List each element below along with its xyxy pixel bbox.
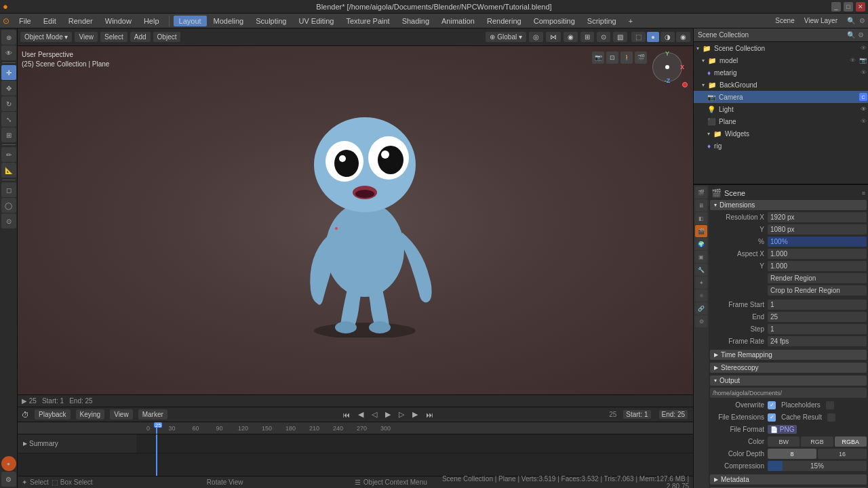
depth-8[interactable]: 8 xyxy=(768,449,816,459)
viewport-render-toggle[interactable]: 🎬 xyxy=(635,52,647,64)
outliner-camera[interactable]: 📷 Camera C xyxy=(694,91,868,103)
menu-uv-editing[interactable]: UV Editing xyxy=(293,16,339,26)
menu-scripting[interactable]: Scripting xyxy=(582,16,622,26)
toolbar-mode-icon[interactable]: ⊕ xyxy=(1,30,16,45)
viewport-xray[interactable]: ▧ xyxy=(613,32,627,42)
viewport-walk-nav[interactable]: 🚶 xyxy=(620,52,633,64)
tl-jump-end[interactable]: ⏭ xyxy=(425,409,435,420)
tl-prev-frame[interactable]: ◀ xyxy=(357,409,365,420)
tl-play[interactable]: ▶ xyxy=(384,409,392,420)
prop-tab-render[interactable]: 🎬 xyxy=(695,186,707,199)
stereoscopy-header[interactable]: ▶ Stereoscopy xyxy=(710,363,867,373)
prop-tab-physics[interactable]: ⚛ xyxy=(695,289,707,302)
prop-tab-view-layer[interactable]: ◧ xyxy=(695,212,707,224)
prop-tab-output[interactable]: 🖥 xyxy=(695,199,707,211)
viewport-global-local[interactable]: ⊕ Global ▾ xyxy=(486,32,526,42)
toolbar-add-monkey[interactable]: ⊙ xyxy=(1,214,16,228)
maximize-button[interactable]: □ xyxy=(844,2,853,12)
prop-tab-world[interactable]: 🌍 xyxy=(695,238,707,250)
prop-options-icon[interactable]: ≡ xyxy=(862,190,865,197)
file-format-png[interactable]: 📄 PNG xyxy=(768,425,797,434)
minimize-button[interactable]: _ xyxy=(831,2,841,12)
tl-prev-keyframe[interactable]: ◁ xyxy=(370,409,378,420)
model-render[interactable]: 📷 xyxy=(859,57,867,64)
toolbar-annotate[interactable]: ✏ xyxy=(1,147,16,162)
prop-tab-constraints[interactable]: 🔗 xyxy=(695,302,707,314)
prop-tab-object[interactable]: ▣ xyxy=(695,251,707,263)
toolbar-rotate[interactable]: ↻ xyxy=(1,96,16,111)
light-eye[interactable]: 👁 xyxy=(861,106,867,113)
pct-value[interactable]: 100% xyxy=(768,237,867,247)
menu-help[interactable]: Help xyxy=(138,16,165,26)
toolbar-scale[interactable]: ⤡ xyxy=(1,112,16,127)
tl-end-frame[interactable]: End: 25 xyxy=(659,410,688,419)
select-icon[interactable]: ✦ xyxy=(22,479,27,486)
menu-edit[interactable]: Edit xyxy=(38,16,62,26)
toolbar-render-icon[interactable]: ● xyxy=(1,456,16,471)
timeline-source-icon[interactable]: ⏱ xyxy=(22,411,29,419)
cache-result-checkbox[interactable] xyxy=(827,413,835,422)
viewport-frame-selected[interactable]: ⊡ xyxy=(606,52,618,64)
frame-end-value[interactable]: 25 xyxy=(768,312,867,322)
aspect-x-value[interactable]: 1.000 xyxy=(768,249,867,259)
shading-wireframe[interactable]: ⬚ xyxy=(631,32,646,42)
toolbar-measure[interactable]: 📐 xyxy=(1,163,16,178)
metarig-eye[interactable]: 👁 xyxy=(861,69,867,76)
tl-start-frame[interactable]: Start: 1 xyxy=(623,410,650,419)
playback-menu[interactable]: Playback xyxy=(35,409,71,420)
viewlayer-dropdown[interactable]: View Layer xyxy=(802,16,840,25)
shading-solid[interactable]: ● xyxy=(647,32,659,42)
menu-sculpting[interactable]: Sculpting xyxy=(250,16,292,26)
viewport-compass-widget[interactable]: X Y -Z xyxy=(650,50,688,87)
outliner-options-icon[interactable]: ⚙ xyxy=(858,31,864,39)
toolbar-cursor[interactable]: ✛ xyxy=(1,65,16,80)
menu-animation[interactable]: Animation xyxy=(436,16,480,26)
object-menu[interactable]: Object xyxy=(153,32,181,42)
menu-window[interactable]: Window xyxy=(100,16,137,26)
add-menu[interactable]: Add xyxy=(130,32,151,42)
res-x-value[interactable]: 1920 px xyxy=(768,212,867,222)
view-menu[interactable]: View xyxy=(75,32,98,42)
overwrite-checkbox[interactable]: ✓ xyxy=(768,401,776,409)
file-ext-checkbox[interactable]: ✓ xyxy=(768,413,776,422)
output-header[interactable]: ▾ Output xyxy=(710,375,867,386)
timeline-view-menu[interactable]: View xyxy=(110,409,133,420)
toolbar-add-cube[interactable]: ◻ xyxy=(1,182,16,197)
select-menu[interactable]: Select xyxy=(100,32,127,42)
time-remapping-header[interactable]: ▶ Time Remapping xyxy=(710,350,867,360)
viewport-camera-view[interactable]: 📷 xyxy=(592,52,604,64)
render-region-btn[interactable]: Render Region xyxy=(768,273,867,283)
res-y-value[interactable]: 1080 px xyxy=(768,224,867,235)
outliner-rig[interactable]: ♦ rig xyxy=(694,140,868,152)
scene-dropdown[interactable]: Scene xyxy=(772,16,797,25)
prop-tab-modifier[interactable]: 🔧 xyxy=(695,264,707,276)
menu-rendering[interactable]: Rendering xyxy=(481,16,527,26)
depth-16[interactable]: 16 xyxy=(818,449,867,459)
prop-tab-particles[interactable]: ✦ xyxy=(695,277,707,289)
tl-next-keyframe[interactable]: ▷ xyxy=(397,409,406,420)
shading-lookdev[interactable]: ◑ xyxy=(660,32,675,42)
summary-track-content[interactable] xyxy=(136,434,693,453)
context-menu-icon[interactable]: ☰ xyxy=(355,479,361,486)
menu-layout[interactable]: Layout xyxy=(174,16,207,26)
viewport-show-gizmos[interactable]: ⊞ xyxy=(580,32,594,42)
outliner-light[interactable]: 💡 Light 👁 xyxy=(694,103,868,115)
viewport-transform-pivot[interactable]: ◎ xyxy=(529,32,543,42)
summary-collapse-icon[interactable]: ▶ xyxy=(23,441,27,447)
menu-compositing[interactable]: Compositing xyxy=(528,16,580,26)
outliner-background[interactable]: ▾ 📁 BackGround xyxy=(694,79,868,91)
menu-file[interactable]: File xyxy=(14,16,37,26)
menu-shading[interactable]: Shading xyxy=(397,16,435,26)
frame-start-value[interactable]: 1 xyxy=(768,300,867,310)
menu-texture-paint[interactable]: Texture Paint xyxy=(340,16,395,26)
viewport-overlays[interactable]: ⊙ xyxy=(597,32,610,42)
outliner-model[interactable]: ▾ 📁 model 👁 📷 xyxy=(694,54,868,66)
viewport-snap[interactable]: ⋈ xyxy=(546,32,561,42)
outliner-plane[interactable]: ⬛ Plane 👁 xyxy=(694,115,868,127)
color-rgba[interactable]: RGBA xyxy=(835,436,867,447)
box-select-icon[interactable]: ⬚ xyxy=(52,479,58,486)
placeholders-checkbox[interactable] xyxy=(826,401,834,409)
compression-bar[interactable]: 15% xyxy=(768,461,867,471)
toolbar-move[interactable]: ✥ xyxy=(1,81,16,96)
menu-modeling[interactable]: Modeling xyxy=(208,16,250,26)
